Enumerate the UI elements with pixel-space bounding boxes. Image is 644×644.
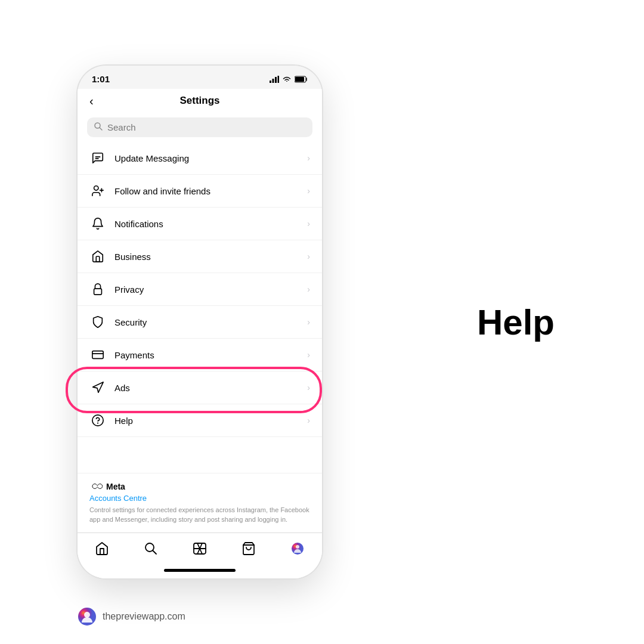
help-icon (89, 412, 106, 429)
menu-item-ads[interactable]: Ads › (78, 371, 322, 404)
search-bar[interactable] (87, 117, 312, 137)
svg-point-7 (94, 186, 98, 190)
privacy-label: Privacy (114, 284, 307, 295)
search-nav-icon (144, 541, 158, 556)
status-time: 1:01 (92, 74, 110, 84)
menu-item-notifications[interactable]: Notifications › (78, 208, 322, 240)
meta-logo-text: Meta (106, 482, 125, 491)
search-icon (94, 122, 103, 132)
follow-invite-label: Follow and invite friends (114, 186, 307, 196)
battery-icon (295, 76, 308, 83)
shop-nav-icon (242, 541, 256, 556)
watermark: thepreviewapp.com (78, 607, 185, 626)
nav-item-profile[interactable] (284, 539, 311, 558)
screen: ‹ Settings (78, 89, 322, 578)
page-title: Settings (179, 95, 219, 107)
help-label-text: Help (114, 416, 307, 426)
signal-icon (270, 76, 279, 83)
search-input[interactable] (107, 122, 305, 132)
svg-rect-2 (275, 77, 277, 83)
watermark-icon (78, 607, 97, 626)
business-label: Business (114, 252, 307, 262)
menu-item-update-messaging[interactable]: Update Messaging › (78, 142, 322, 175)
store-icon (89, 248, 106, 265)
home-nav-icon (95, 541, 109, 556)
chevron-icon: › (307, 317, 310, 327)
payments-label: Payments (114, 350, 307, 360)
watermark-text: thepreviewapp.com (103, 611, 185, 622)
chevron-icon: › (307, 219, 310, 228)
reels-nav-icon (193, 541, 207, 556)
accounts-centre-link[interactable]: Accounts Centre (89, 494, 310, 503)
home-indicator (78, 562, 322, 578)
chevron-icon: › (307, 383, 310, 392)
help-side-label: Help (477, 302, 555, 343)
nav-item-search[interactable] (138, 539, 164, 558)
svg-rect-5 (295, 77, 304, 82)
chevron-icon: › (307, 252, 310, 261)
phone-frame: 1:01 (78, 66, 322, 578)
notifications-label: Notifications (114, 219, 307, 229)
nav-item-reels[interactable] (187, 539, 213, 558)
svg-rect-1 (273, 79, 274, 83)
svg-rect-3 (278, 76, 280, 83)
chevron-icon: › (307, 284, 310, 294)
svg-rect-11 (94, 289, 102, 295)
home-indicator-bar (164, 569, 236, 572)
add-person-icon (89, 182, 106, 199)
status-bar: 1:01 (78, 66, 322, 89)
svg-point-21 (296, 545, 299, 549)
svg-rect-12 (92, 351, 103, 359)
chevron-icon: › (307, 186, 310, 196)
svg-rect-10 (96, 256, 100, 262)
megaphone-icon (89, 379, 106, 396)
chevron-icon: › (307, 416, 310, 425)
svg-point-23 (84, 612, 90, 618)
meta-logo-row: Meta (89, 482, 310, 491)
menu-item-payments[interactable]: Payments › (78, 339, 322, 371)
wifi-icon (282, 76, 292, 83)
settings-header: ‹ Settings (78, 89, 322, 113)
chevron-icon: › (307, 153, 310, 163)
menu-item-help[interactable]: Help › (78, 404, 322, 437)
bottom-nav (78, 532, 322, 562)
security-label: Security (114, 317, 307, 327)
bell-icon (89, 215, 106, 232)
profile-nav-icon (290, 541, 305, 556)
svg-point-14 (92, 415, 103, 426)
back-button[interactable]: ‹ (89, 94, 94, 108)
status-icons (270, 76, 308, 83)
update-messaging-label: Update Messaging (114, 153, 307, 163)
lock-icon (89, 281, 106, 298)
menu-item-privacy[interactable]: Privacy › (78, 273, 322, 306)
meta-section: Meta Accounts Centre Control settings fo… (78, 473, 322, 532)
meta-description: Control settings for connected experienc… (89, 506, 310, 524)
ads-label: Ads (114, 383, 307, 393)
svg-rect-0 (270, 80, 271, 83)
menu-item-follow-invite[interactable]: Follow and invite friends › (78, 175, 322, 208)
nav-item-shop[interactable] (236, 539, 262, 558)
card-icon (89, 346, 106, 363)
message-icon (89, 150, 106, 166)
meta-logo-icon (89, 483, 103, 490)
page-container: 1:01 (0, 0, 644, 644)
menu-item-business[interactable]: Business › (78, 240, 322, 273)
nav-item-home[interactable] (89, 539, 115, 558)
chevron-icon: › (307, 350, 310, 360)
menu-item-security[interactable]: Security › (78, 306, 322, 339)
shield-icon (89, 314, 106, 330)
menu-list: Update Messaging › Follow and invite fri… (78, 142, 322, 473)
